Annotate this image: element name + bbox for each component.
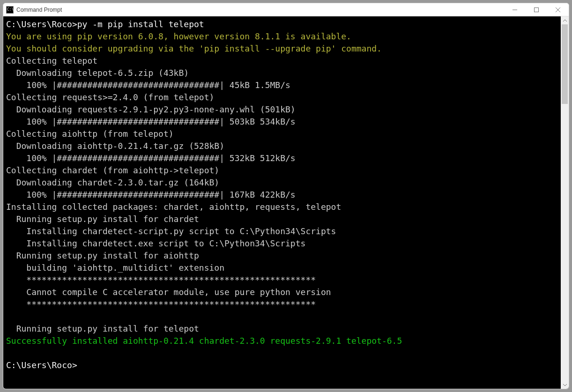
scroll-up-button[interactable] [561, 16, 569, 24]
chevron-up-icon [563, 19, 567, 22]
output-line: You are using pip version 6.0.8, however… [6, 31, 351, 41]
output-line: Downloading telepot-6.5.zip (43kB) [6, 68, 189, 78]
output-line: Collecting chardet (from aiohttp->telepo… [6, 165, 219, 175]
output-line: ****************************************… [6, 299, 316, 309]
output-line: 100% |################################| … [6, 117, 296, 126]
output-line: Cannot compile C accelerator module, use… [6, 287, 331, 297]
output-line: Successfully installed aiohttp-0.21.4 ch… [6, 336, 402, 346]
output-line: You should consider upgrading via the 'p… [6, 44, 382, 53]
output-line: Running setup.py install for aiohttp [6, 251, 199, 260]
titlebar[interactable]: C:\ Command Prompt [3, 3, 569, 16]
scroll-thumb[interactable] [562, 24, 568, 104]
output-line: ****************************************… [6, 275, 316, 285]
console-output[interactable]: C:\Users\Roco>py -m pip install telepot … [3, 16, 561, 389]
output-line: Running setup.py install for telepot [6, 324, 199, 333]
output-line: Installing collected packages: chardet, … [6, 202, 341, 212]
svg-rect-0 [535, 7, 539, 12]
maximize-button[interactable] [526, 3, 547, 16]
command-prompt-window: C:\ Command Prompt C:\Users\Roco>py -m p… [3, 3, 569, 389]
prompt-command: py -m pip install telepot [77, 19, 204, 29]
output-line: Collecting telepot [6, 56, 97, 66]
window-controls [504, 3, 569, 16]
minimize-icon [513, 7, 517, 12]
titlebar-left: C:\ Command Prompt [6, 6, 62, 14]
app-icon: C:\ [6, 6, 14, 14]
output-line: Installing chardetect-script.py script t… [6, 226, 336, 236]
console-area: C:\Users\Roco>py -m pip install telepot … [3, 16, 569, 389]
output-line: Collecting aiohttp (from telepot) [6, 129, 174, 139]
output-line: Installing chardetect.exe script to C:\P… [6, 238, 305, 248]
output-line: Downloading aiohttp-0.21.4.tar.gz (528kB… [6, 141, 224, 151]
output-line: 100% |################################| … [6, 153, 296, 163]
close-button[interactable] [547, 3, 569, 16]
prompt-path: C:\Users\Roco> [6, 360, 77, 370]
window-title: Command Prompt [16, 7, 62, 13]
output-line: building 'aiohttp._multidict' extension [6, 263, 224, 273]
maximize-icon [534, 7, 539, 12]
chevron-down-icon [563, 383, 567, 387]
prompt-path: C:\Users\Roco> [6, 19, 77, 29]
scroll-down-button[interactable] [561, 381, 569, 389]
output-line: Running setup.py install for chardet [6, 214, 199, 224]
vertical-scrollbar[interactable] [561, 16, 569, 389]
output-line: 100% |################################| … [6, 80, 290, 90]
close-icon [556, 7, 560, 12]
output-line: Collecting requests>=2.4.0 (from telepot… [6, 92, 214, 102]
output-line: Downloading chardet-2.3.0.tar.gz (164kB) [6, 178, 219, 187]
minimize-button[interactable] [504, 3, 526, 16]
output-line: Downloading requests-2.9.1-py2.py3-none-… [6, 104, 296, 114]
output-line: 100% |################################| … [6, 190, 296, 200]
